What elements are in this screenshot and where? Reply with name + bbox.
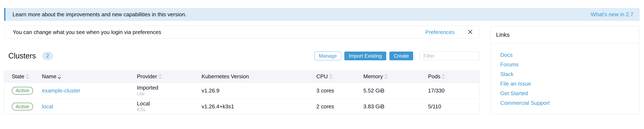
sort-icon	[329, 74, 333, 79]
kubernetes-version-value: v1.26.9	[198, 88, 313, 94]
import-existing-button[interactable]: Import Existing	[344, 52, 386, 60]
link-commercial-support[interactable]: Commercial Support	[500, 100, 550, 106]
login-banner-message: You can change what you see when you log…	[13, 29, 425, 36]
close-banner-button[interactable]	[466, 28, 474, 36]
provider-distro: K3s	[137, 107, 198, 112]
create-button[interactable]: Create	[390, 52, 413, 60]
cpu-value: 3 cores	[313, 88, 360, 94]
links-panel: Links Docs Forums Slack File an Issue Ge…	[490, 26, 639, 114]
filter-input[interactable]	[420, 52, 479, 60]
link-forums[interactable]: Forums	[500, 61, 518, 68]
sort-icon	[384, 74, 388, 79]
manage-button[interactable]: Manage	[314, 52, 342, 60]
link-file-an-issue[interactable]: File an Issue	[500, 80, 531, 87]
pods-value: 5/110	[425, 103, 479, 110]
sort-icon	[442, 74, 445, 79]
clusters-table: State Name Provider Kubernetes Version C…	[4, 70, 479, 114]
preferences-link[interactable]: Preferences	[425, 29, 454, 36]
cluster-count-badge: 2	[42, 52, 53, 60]
whats-new-link[interactable]: What's new in 2.7	[591, 11, 633, 18]
links-list: Docs Forums Slack File an Issue Get Star…	[490, 44, 639, 108]
links-panel-title: Links	[490, 26, 639, 44]
status-badge: Active	[12, 87, 33, 94]
column-header-memory[interactable]: Memory	[360, 73, 425, 80]
page-title: Clusters	[8, 52, 36, 60]
sort-icon	[158, 74, 162, 79]
column-header-name[interactable]: Name	[39, 73, 134, 80]
provider-distro: Lke	[137, 91, 198, 96]
table-header-row: State Name Provider Kubernetes Version C…	[4, 70, 479, 83]
close-icon	[468, 29, 473, 35]
link-docs[interactable]: Docs	[500, 52, 512, 58]
sort-icon	[58, 74, 61, 79]
version-banner: Learn more about the improvements and ne…	[4, 8, 640, 21]
status-badge: Active	[12, 103, 33, 110]
link-get-started[interactable]: Get Started	[500, 90, 528, 96]
pods-value: 17/330	[425, 88, 479, 94]
kubernetes-version-value: v1.26.4+k3s1	[198, 103, 313, 110]
table-row: Active example-cluster Imported Lke v1.2…	[4, 83, 479, 98]
provider-cell: Imported Lke	[134, 85, 198, 96]
sort-icon	[26, 74, 29, 79]
column-header-provider[interactable]: Provider	[134, 73, 198, 80]
column-header-cpu[interactable]: CPU	[313, 73, 360, 80]
provider-name: Imported	[137, 85, 198, 91]
link-slack[interactable]: Slack	[500, 71, 514, 77]
cluster-name-link[interactable]: example-cluster	[42, 88, 80, 94]
table-row: Active local Local K3s v1.26.4+k3s1 2 co…	[4, 98, 479, 114]
clusters-toolbar: Clusters 2 Manage Import Existing Create	[4, 50, 479, 62]
cpu-value: 2 cores	[313, 103, 360, 110]
version-banner-message: Learn more about the improvements and ne…	[12, 11, 186, 18]
column-header-pods[interactable]: Pods	[425, 73, 479, 80]
memory-value: 3.83 GiB	[360, 103, 425, 110]
memory-value: 5.52 GiB	[360, 88, 425, 94]
column-header-state[interactable]: State	[4, 73, 39, 80]
column-header-kubernetes-version: Kubernetes Version	[198, 73, 313, 80]
cluster-name-link[interactable]: local	[42, 103, 53, 110]
toolbar-actions: Manage Import Existing Create	[314, 52, 480, 60]
provider-cell: Local K3s	[134, 100, 198, 112]
provider-name: Local	[137, 100, 198, 107]
login-preferences-banner: You can change what you see when you log…	[4, 26, 479, 38]
